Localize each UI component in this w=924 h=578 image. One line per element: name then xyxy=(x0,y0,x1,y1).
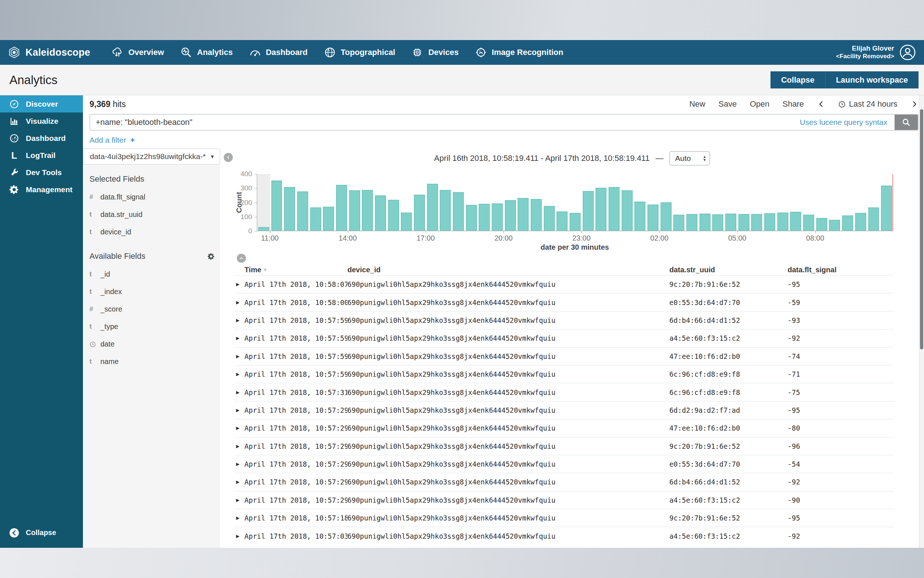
scrollbar-thumb[interactable] xyxy=(920,109,923,349)
launch-workspace-button[interactable]: Launch workspace xyxy=(825,71,919,88)
histogram-bar[interactable] xyxy=(323,207,334,231)
search-button[interactable] xyxy=(895,115,918,130)
nav-item-devices[interactable]: Devices xyxy=(411,46,458,58)
histogram-bar[interactable] xyxy=(855,213,866,231)
histogram-bar[interactable] xyxy=(492,203,503,231)
sidebar-item-dashboard[interactable]: Dashboard xyxy=(0,130,83,147)
sidebar-item-logtrail[interactable]: LLogTrail xyxy=(0,147,83,164)
sidebar-item-management[interactable]: Management xyxy=(0,181,83,198)
time-range-picker[interactable]: Last 24 hours xyxy=(838,99,897,109)
histogram-bar[interactable] xyxy=(816,218,827,231)
interval-select[interactable]: Auto ▴▾ xyxy=(669,151,710,166)
field-device_id[interactable]: tdevice_id xyxy=(89,228,220,236)
collapse-histogram-button[interactable] xyxy=(237,254,246,263)
nav-item-overview[interactable]: Overview xyxy=(111,46,164,58)
histogram-bar[interactable] xyxy=(518,198,529,231)
column-header-time[interactable]: Time ▾ xyxy=(244,266,348,274)
row-expand-icon[interactable]: ▶ xyxy=(235,515,244,521)
table-row[interactable]: ▶April 17th 2018, 10:57:59.000690punigwl… xyxy=(235,329,894,347)
row-expand-icon[interactable]: ▶ xyxy=(235,390,244,395)
row-expand-icon[interactable]: ▶ xyxy=(235,461,244,467)
sidebar-collapse-button[interactable]: Collapse xyxy=(0,524,83,541)
histogram-bar[interactable] xyxy=(570,213,581,231)
index-pattern-select[interactable]: data-4ui3pekj1z2hs98uwitgfckka-* ▾ xyxy=(83,148,220,164)
histogram-bar[interactable] xyxy=(349,190,360,231)
table-row[interactable]: ▶April 17th 2018, 10:57:29.000690punigwl… xyxy=(235,401,894,419)
histogram-bar[interactable] xyxy=(647,205,659,231)
brand[interactable]: Kaleidoscope xyxy=(8,46,90,58)
histogram-bar[interactable] xyxy=(881,186,892,231)
collapse-fields-panel-button[interactable] xyxy=(224,153,233,162)
histogram-bar[interactable] xyxy=(699,214,710,231)
toolbar-action-new[interactable]: New xyxy=(689,99,706,109)
histogram-bar[interactable] xyxy=(336,185,347,231)
field-name[interactable]: tname xyxy=(89,357,220,366)
field-data.str_uuid[interactable]: tdata.str_uuid xyxy=(89,210,220,219)
row-expand-icon[interactable]: ▶ xyxy=(235,354,244,359)
table-row[interactable]: ▶April 17th 2018, 10:57:59.000690punigwl… xyxy=(235,365,894,383)
table-row[interactable]: ▶April 17th 2018, 10:57:59.000690punigwl… xyxy=(235,347,894,365)
histogram-bar[interactable] xyxy=(440,190,451,231)
nav-item-image-recognition[interactable]: Image Recognition xyxy=(475,46,563,58)
histogram-bar[interactable] xyxy=(453,192,464,231)
histogram-bar[interactable] xyxy=(505,200,516,231)
row-expand-icon[interactable]: ▶ xyxy=(235,444,244,449)
table-row[interactable]: ▶April 17th 2018, 10:57:18.000690punigwl… xyxy=(235,509,894,527)
row-expand-icon[interactable]: ▶ xyxy=(235,282,244,287)
query-input[interactable] xyxy=(90,115,800,130)
column-header-data-flt-signal[interactable]: data.flt_signal xyxy=(788,266,894,274)
table-row[interactable]: ▶April 17th 2018, 10:58:07.000690punigwl… xyxy=(235,275,894,293)
histogram-bar[interactable] xyxy=(427,184,438,231)
histogram-bar[interactable] xyxy=(362,190,373,231)
field-_id[interactable]: t_id xyxy=(89,270,220,278)
histogram-bar[interactable] xyxy=(608,187,620,231)
table-row[interactable]: ▶April 17th 2018, 10:57:29.000690punigwl… xyxy=(235,455,894,473)
add-filter-link[interactable]: Add a filter + xyxy=(89,136,135,144)
histogram-bar[interactable] xyxy=(557,211,568,231)
histogram-bar[interactable] xyxy=(738,214,749,231)
histogram-bar[interactable] xyxy=(596,188,607,231)
histogram-bar[interactable] xyxy=(777,213,788,231)
row-expand-icon[interactable]: ▶ xyxy=(235,318,244,323)
table-row[interactable]: ▶April 17th 2018, 10:57:03.000690punigwl… xyxy=(235,527,894,544)
sidebar-item-dev-tools[interactable]: Dev Tools xyxy=(0,164,83,181)
row-expand-icon[interactable]: ▶ xyxy=(235,425,244,430)
nav-item-dashboard[interactable]: Dashboard xyxy=(249,46,308,58)
nav-item-topographical[interactable]: Topographical xyxy=(324,46,395,58)
row-expand-icon[interactable]: ▶ xyxy=(235,498,244,503)
histogram-bar[interactable] xyxy=(401,213,412,231)
histogram-bar[interactable] xyxy=(297,192,308,231)
field-date[interactable]: date xyxy=(89,340,220,348)
histogram-bar[interactable] xyxy=(634,201,645,231)
sidebar-item-discover[interactable]: Discover xyxy=(0,95,83,112)
histogram-bar[interactable] xyxy=(673,215,684,231)
time-back-icon[interactable] xyxy=(817,100,825,108)
lucene-syntax-link[interactable]: Uses lucene query syntax xyxy=(800,118,887,127)
histogram-bar[interactable] xyxy=(466,205,477,231)
nav-item-analytics[interactable]: Analytics xyxy=(180,46,233,58)
toolbar-action-save[interactable]: Save xyxy=(718,99,737,109)
table-row[interactable]: ▶April 17th 2018, 10:57:29.000690punigwl… xyxy=(235,491,894,509)
histogram-bar[interactable] xyxy=(790,212,801,231)
table-row[interactable]: ▶April 17th 2018, 10:57:29.000690punigwl… xyxy=(235,473,894,490)
histogram-bar[interactable] xyxy=(751,214,762,231)
row-expand-icon[interactable]: ▶ xyxy=(235,534,244,539)
field-data.flt_signal[interactable]: #data.flt_signal xyxy=(89,193,220,201)
histogram-bar[interactable] xyxy=(725,214,736,231)
column-header-data-str-uuid[interactable]: data.str_uuid xyxy=(669,266,788,274)
column-header-device-id[interactable]: device_id xyxy=(348,266,669,274)
histogram-bar[interactable] xyxy=(479,204,490,231)
histogram-bar[interactable] xyxy=(271,180,282,231)
row-expand-icon[interactable]: ▶ xyxy=(235,300,244,305)
field-settings-gear-icon[interactable] xyxy=(207,253,215,260)
histogram-bar[interactable] xyxy=(829,220,840,231)
histogram-bar[interactable] xyxy=(375,195,386,231)
row-expand-icon[interactable]: ▶ xyxy=(235,372,244,377)
table-row[interactable]: ▶April 17th 2018, 10:58:00.000690punigwl… xyxy=(235,293,894,311)
table-row[interactable]: ▶April 17th 2018, 10:57:59.000690punigwl… xyxy=(235,311,894,329)
row-expand-icon[interactable]: ▶ xyxy=(235,336,244,341)
table-row[interactable]: ▶April 17th 2018, 10:57:31.000690punigwl… xyxy=(235,383,894,401)
histogram-bar[interactable] xyxy=(284,187,295,231)
histogram-bar[interactable] xyxy=(388,200,399,231)
table-row[interactable]: ▶April 17th 2018, 10:57:29.000690punigwl… xyxy=(235,437,894,455)
